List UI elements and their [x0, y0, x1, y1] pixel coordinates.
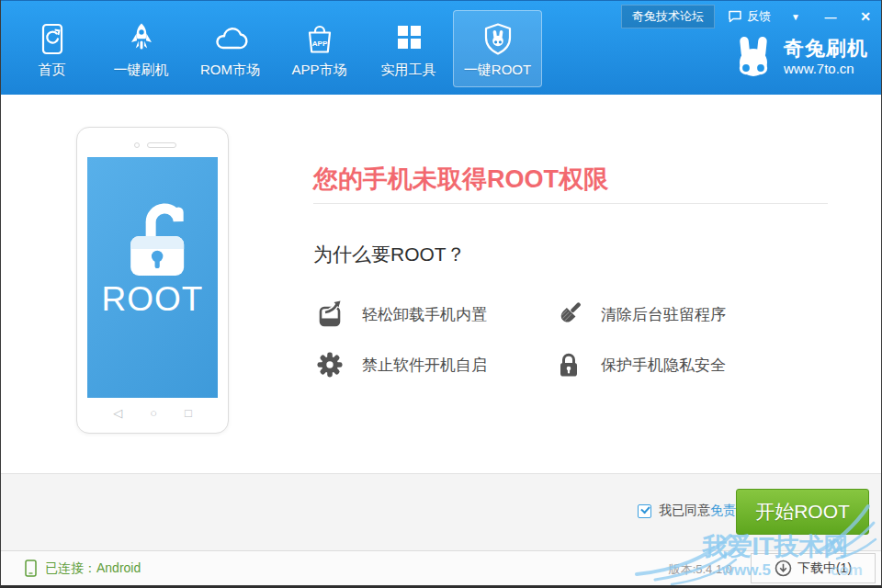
start-root-button[interactable]: 开始ROOT [736, 489, 869, 535]
feature-label: 禁止软件开机自启 [362, 355, 487, 376]
rabbit-logo-icon [731, 36, 775, 78]
gear-icon [316, 351, 344, 379]
app-window: 首页 一键刷机 [0, 0, 882, 588]
shield-rabbit-icon [481, 20, 515, 59]
uninstall-icon [316, 300, 344, 328]
feature-uninstall: 轻松卸载手机内置 [316, 299, 487, 330]
tab-one-key-root[interactable]: 一键ROOT [453, 10, 542, 87]
tab-tools[interactable]: 实用工具 [364, 10, 453, 87]
tab-flash[interactable]: 一键刷机 [96, 10, 186, 87]
phone-home-icon: ○ [150, 406, 157, 420]
forum-link[interactable]: 奇兔技术论坛 [621, 5, 715, 28]
nav-tabs: 首页 一键刷机 [7, 1, 542, 96]
feature-privacy: 保护手机隐私安全 [555, 349, 726, 380]
speech-bubble-icon [728, 10, 742, 23]
feedback-button[interactable]: 反馈 [728, 8, 771, 25]
why-root-heading: 为什么要ROOT？ [313, 242, 466, 267]
download-status-button[interactable]: 下载中(1) [751, 553, 876, 583]
phone-nav-buttons: ◁ ○ □ [77, 406, 228, 420]
feature-label: 轻松卸载手机内置 [362, 304, 487, 325]
tab-rom-market[interactable]: ROM市场 [186, 10, 275, 87]
page-title: 您的手机未取得ROOT权限 [313, 163, 608, 196]
lock-icon [555, 351, 582, 379]
header: 首页 一键刷机 [1, 0, 881, 95]
download-circle-icon [775, 560, 792, 577]
phone-recents-icon: □ [185, 406, 192, 420]
title-divider [313, 203, 828, 204]
app-bag-text: APP [311, 40, 327, 48]
tab-home[interactable]: 首页 [7, 10, 96, 87]
cloud-icon [212, 20, 249, 59]
status-bar: 已连接：Android 版本:5.4.1.0 下载中(1) [1, 550, 881, 585]
connected-phone-icon [25, 560, 37, 577]
phone-illustration: ROOT ◁ ○ □ [76, 127, 229, 434]
main-content: ROOT ◁ ○ □ 您的手机未取得ROOT权限 为什么要ROOT？ 轻松 [1, 95, 881, 473]
tab-label: APP市场 [291, 62, 346, 79]
download-label: 下载中(1) [797, 560, 852, 577]
brand-name: 奇兔刷机 [784, 37, 868, 60]
feature-label: 保护手机隐私安全 [601, 355, 726, 376]
connection-status: 已连接：Android [25, 560, 141, 577]
feature-label: 清除后台驻留程序 [601, 304, 726, 325]
brand-url: www.7to.cn [784, 60, 868, 77]
brand-logo: 奇兔刷机 www.7to.cn [731, 36, 868, 78]
tab-label: 一键刷机 [114, 62, 169, 79]
version-text: 版本:5.4.1.0 [669, 561, 732, 578]
tab-label: ROM市场 [200, 62, 260, 79]
open-lock-icon [108, 198, 204, 277]
tab-label: 一键ROOT [464, 62, 531, 79]
tab-label: 实用工具 [381, 62, 436, 79]
tab-label: 首页 [39, 62, 66, 79]
agree-text: 我已同意 [659, 503, 710, 519]
feedback-label: 反馈 [747, 8, 771, 25]
tab-app-market[interactable]: APP APP市场 [275, 10, 364, 87]
feature-autostart: 禁止软件开机自启 [316, 349, 487, 380]
agree-checkbox[interactable] [638, 504, 651, 518]
phone-speaker [77, 141, 228, 149]
close-button[interactable]: ✕ [855, 9, 876, 24]
tools-grid-icon [391, 20, 426, 59]
menu-dropdown-button[interactable]: ▼ [786, 12, 806, 22]
phone-screen: ROOT [87, 157, 218, 398]
home-phone-refresh-icon [35, 20, 70, 59]
minimize-button[interactable]: — [820, 10, 841, 24]
footer-panel: 我已同意 免责声明 开始ROOT [1, 473, 881, 550]
phone-screen-root-label: ROOT [87, 280, 218, 319]
connection-text: 已连接：Android [45, 560, 141, 577]
phone-back-icon: ◁ [113, 406, 122, 420]
rocket-icon [124, 20, 159, 59]
app-bag-icon: APP [302, 20, 337, 59]
feature-clean: 清除后台驻留程序 [555, 299, 726, 330]
titlebar-controls: 奇兔技术论坛 反馈 ▼ — ✕ [621, 5, 876, 28]
brush-icon [555, 300, 582, 328]
